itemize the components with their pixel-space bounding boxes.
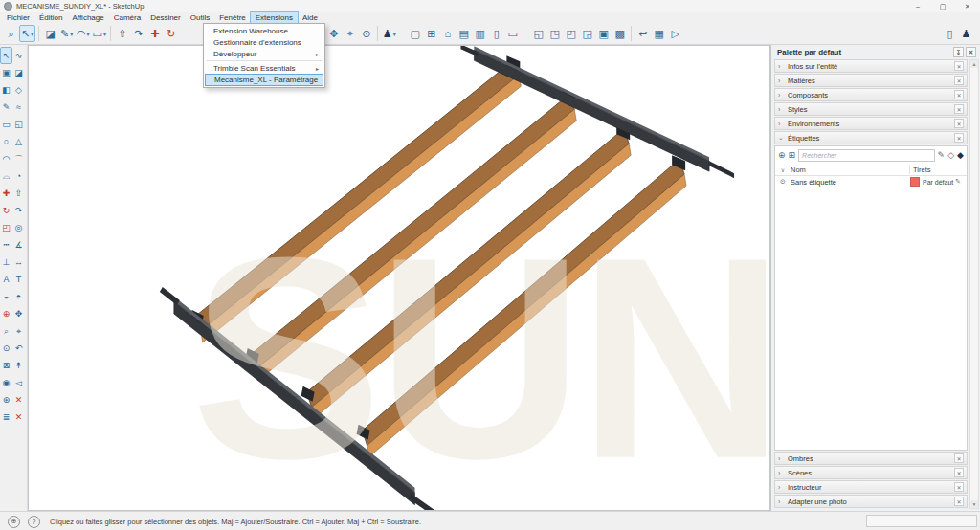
scale-tool-icon[interactable]: ◰ xyxy=(0,219,12,236)
tag-filter-icon[interactable]: ◆ xyxy=(957,150,964,160)
menu-affichage[interactable]: Affichage xyxy=(67,12,108,23)
model-viewport[interactable]: SUN xyxy=(28,45,770,511)
toolbar-separator[interactable] xyxy=(631,26,632,41)
menu-fichier[interactable]: Fichier xyxy=(2,12,34,23)
close-icon[interactable]: ✕ xyxy=(954,453,964,463)
section-ombres[interactable]: › Ombres ✕ xyxy=(774,452,968,465)
menu-fenetre[interactable]: Fenêtre xyxy=(214,12,251,23)
clipboard-icon[interactable]: ▤ xyxy=(456,25,472,42)
rotated-rectangle-tool-icon[interactable]: ◱ xyxy=(12,116,25,133)
add-tag-icon[interactable]: ⊕ xyxy=(778,150,786,160)
move-tool-icon[interactable]: ✚ xyxy=(146,25,163,42)
make-group-icon[interactable]: ◰ xyxy=(563,25,579,42)
section-infos-entite[interactable]: › Infos sur l'entité ✕ xyxy=(774,59,968,73)
group-icon[interactable]: ◳ xyxy=(546,25,563,42)
tag-outline-icon[interactable]: ◇ xyxy=(947,150,954,160)
section-styles[interactable]: › Styles ✕ xyxy=(774,102,968,116)
close-icon[interactable]: ✕ xyxy=(954,90,964,99)
close-icon[interactable]: ✕ xyxy=(954,497,964,506)
eye-visibility-icon[interactable]: ⊙ xyxy=(775,178,791,186)
field-of-view-tool-icon[interactable]: ◅ xyxy=(12,374,25,391)
paint-bucket-tool-icon[interactable]: ◧ xyxy=(0,81,12,99)
pan-tool-icon[interactable]: ✥ xyxy=(325,25,342,42)
menu-item-extension-warehouse[interactable]: Extension Warehouse xyxy=(205,25,323,36)
toolbar-separator[interactable] xyxy=(377,26,378,41)
menu-extensions[interactable]: Extensions xyxy=(251,12,298,23)
new-model-icon[interactable]: ▢ xyxy=(407,25,423,42)
push-pull-tool-icon[interactable]: ⇧ xyxy=(12,185,25,202)
text-tool-icon[interactable]: A xyxy=(0,271,12,288)
axes-tool-icon[interactable]: ⊥ xyxy=(0,254,12,271)
undo-view-icon[interactable]: ↩ xyxy=(635,25,651,42)
offset-tool-icon[interactable]: ◎ xyxy=(12,219,25,236)
maximize-button[interactable]: ▢ xyxy=(930,0,955,12)
toolbar-separator[interactable] xyxy=(38,26,39,41)
push-pull-tool-icon[interactable]: ⇧ xyxy=(114,25,130,42)
follow-me-tool-icon[interactable]: ↷ xyxy=(12,202,25,219)
rectangle-tool-icon[interactable]: ▭▾ xyxy=(91,25,107,42)
zoom-tool-icon[interactable]: ⌕ xyxy=(3,25,19,42)
section-adapter-une-photo[interactable]: › Adapter une photo ✕ xyxy=(774,495,968,508)
rotate-tool-icon[interactable]: ↻ xyxy=(163,25,179,42)
line-tool-icon[interactable]: ✎▾ xyxy=(58,25,75,42)
tag-search-input[interactable] xyxy=(798,149,935,162)
menu-item-developpeur[interactable]: Développeur ▸ xyxy=(205,48,323,59)
export-panel-icon[interactable]: ▷ xyxy=(667,25,683,42)
orbit-tool-icon[interactable]: ⊕ xyxy=(0,305,12,322)
pencil-icon[interactable]: ✎ xyxy=(938,150,946,160)
close-icon[interactable]: ✕ xyxy=(954,468,964,477)
name-column-header[interactable]: Nom xyxy=(791,166,909,174)
walkthrough-tool-icon[interactable]: ♟▾ xyxy=(381,25,397,42)
arc-tool-icon[interactable]: ◠▾ xyxy=(75,25,91,42)
close-icon[interactable]: ✕ xyxy=(954,61,964,71)
eraser-tool-icon[interactable]: ◪ xyxy=(42,25,58,42)
architecture-view-icon[interactable]: ⌂ xyxy=(439,25,456,42)
dimension-tool-icon[interactable]: ↔ xyxy=(12,254,25,271)
zoom-extents-tool-icon[interactable]: ⊙ xyxy=(0,340,12,357)
explode-icon[interactable]: ◲ xyxy=(579,25,595,42)
eraser-tool-icon[interactable]: ◪ xyxy=(12,64,25,81)
toolbar-separator[interactable] xyxy=(110,26,111,41)
section-scenes[interactable]: › Scènes ✕ xyxy=(774,466,968,479)
panel-scrollbar[interactable]: ▲ ▼ xyxy=(969,59,979,509)
position-camera-tool-icon[interactable]: ⊠ xyxy=(0,357,12,374)
lasso-tool-icon[interactable]: ∿ xyxy=(12,47,25,64)
menu-edition[interactable]: Édition xyxy=(34,12,67,23)
dashes-column-header[interactable]: Tirets xyxy=(909,166,967,174)
scan-layers-tool-icon[interactable]: ≣ xyxy=(0,409,12,426)
toolbar-gap[interactable] xyxy=(521,25,530,42)
section-fill-tool-icon[interactable]: ◓ xyxy=(12,288,25,305)
geolocation-icon[interactable]: ⊕ xyxy=(8,516,20,528)
zoom-extents-tool-icon[interactable]: ⊙ xyxy=(358,25,374,42)
zoom-tool-icon[interactable]: ⌕ xyxy=(0,322,12,340)
scroll-up-icon[interactable]: ▲ xyxy=(970,60,978,68)
menu-item-gestionnaire-extensions[interactable]: Gestionnaire d'extensions xyxy=(205,36,323,48)
scan-clip-tool-icon[interactable]: ✕ xyxy=(12,409,25,426)
help-icon[interactable]: ? xyxy=(28,516,40,528)
menu-aide[interactable]: Aide xyxy=(298,12,323,23)
rotate-tool-icon[interactable]: ↻ xyxy=(0,202,12,219)
menu-item-mecanisme-xl-parametrage[interactable]: Mecanisme_XL - Paramétrage xyxy=(205,74,323,86)
model-canvas[interactable]: SUN xyxy=(29,46,769,510)
rectangle-tool-icon[interactable]: ▭ xyxy=(0,116,12,133)
move-tool-icon[interactable]: ✚ xyxy=(0,185,12,202)
close-icon[interactable]: ✕ xyxy=(954,482,964,492)
follow-me-tool-icon[interactable]: ↷ xyxy=(130,25,146,42)
plan-view-icon[interactable]: ▭ xyxy=(504,25,521,42)
tag-tool-icon[interactable]: ◇ xyxy=(12,81,25,99)
walk-tool-icon[interactable]: ↟ xyxy=(12,357,25,374)
menu-outils[interactable]: Outils xyxy=(186,12,214,23)
polygon-tool-icon[interactable]: △ xyxy=(12,133,25,150)
minimize-button[interactable]: – xyxy=(905,0,930,12)
pin-icon[interactable]: ↧ xyxy=(953,47,964,57)
pencil-icon[interactable]: ✎ xyxy=(955,178,967,186)
close-icon[interactable]: ✕ xyxy=(954,76,964,85)
close-icon[interactable]: ✕ xyxy=(954,104,964,114)
component-icon[interactable]: ▣ xyxy=(595,25,612,42)
toolbar-gap[interactable] xyxy=(397,25,407,42)
protractor-tool-icon[interactable]: ∡ xyxy=(12,236,25,254)
window-view-icon[interactable]: ⊞ xyxy=(423,25,439,42)
pan-tool-icon[interactable]: ✥ xyxy=(12,305,25,322)
scan-explorer-tool-icon[interactable]: ⊛ xyxy=(0,391,12,409)
line-tool-icon[interactable]: ✎ xyxy=(0,99,12,116)
